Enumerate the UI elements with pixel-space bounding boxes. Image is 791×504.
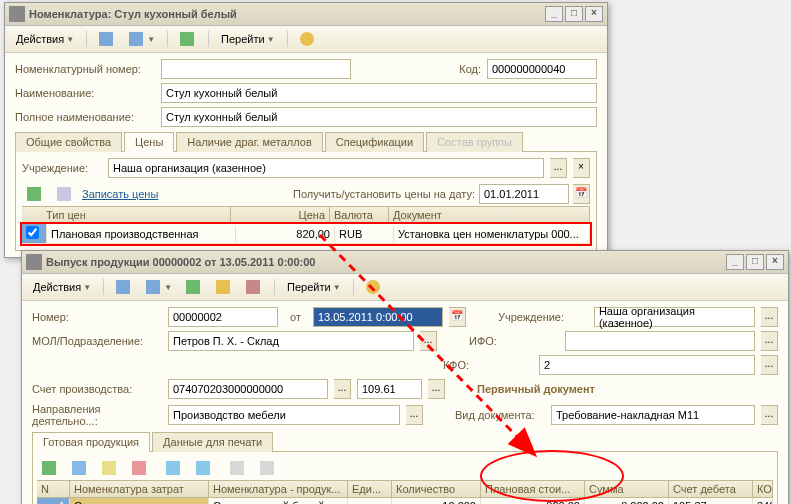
label-prim: Первичный документ xyxy=(477,383,595,395)
input-kfo[interactable]: 2 xyxy=(539,355,755,375)
ifo-select[interactable]: ... xyxy=(761,331,778,351)
input-mol[interactable]: Петров П. Х. - Склад xyxy=(168,331,414,351)
input-prodacc[interactable]: 074070203000000000 xyxy=(168,379,328,399)
input-inst-2[interactable]: Наша организация (казенное) xyxy=(594,307,755,327)
sort-desc-icon[interactable] xyxy=(255,458,281,478)
tb-icon-3[interactable] xyxy=(181,277,207,297)
cell-price: 820,00 xyxy=(236,226,335,242)
input-code[interactable]: 000000000040 xyxy=(487,59,597,79)
col-pricetype[interactable]: Тип цен xyxy=(42,207,231,223)
input-inst[interactable]: Наша организация (казенное) xyxy=(108,158,544,178)
cell-n: 1 xyxy=(37,498,70,504)
input-prodacc2[interactable]: 109.61 xyxy=(357,379,422,399)
add-row-icon[interactable] xyxy=(37,458,63,478)
price-row[interactable]: Плановая производственная 820,00 RUB Уст… xyxy=(22,224,590,244)
input-name[interactable]: Стул кухонный белый xyxy=(161,83,597,103)
col-plancost[interactable]: Плановая стои... xyxy=(481,481,585,497)
inst-clear-button[interactable]: × xyxy=(573,158,590,178)
minimize-button-2[interactable]: _ xyxy=(726,254,744,270)
move-down-icon[interactable] xyxy=(191,458,217,478)
close-button-2[interactable]: × xyxy=(766,254,784,270)
copy-row-icon[interactable] xyxy=(67,458,93,478)
input-napr[interactable]: Производство мебели xyxy=(168,405,400,425)
col-price[interactable]: Цена xyxy=(231,207,330,223)
cell-currency: RUB xyxy=(335,226,394,242)
save-icon[interactable] xyxy=(94,29,120,49)
col-currency[interactable]: Валюта xyxy=(330,207,389,223)
cell-plancost: 820,00 xyxy=(481,498,585,504)
goto-menu-2[interactable]: Перейти▼ xyxy=(282,278,346,296)
delete-row-icon[interactable] xyxy=(127,458,153,478)
input-date[interactable]: 13.05.2011 0:00:00 xyxy=(313,307,443,327)
write-prices-link[interactable]: Записать цены xyxy=(82,188,158,200)
date-calendar-icon[interactable]: 📅 xyxy=(449,307,466,327)
save-close-icon[interactable]: ▼ xyxy=(124,29,160,49)
label-prodacc: Счет производства: xyxy=(32,383,162,395)
input-nomnum[interactable] xyxy=(161,59,351,79)
tab-common[interactable]: Общие свойства xyxy=(15,132,122,152)
input-ifo[interactable] xyxy=(565,331,755,351)
tab-prices[interactable]: Цены xyxy=(124,132,174,152)
input-price-date[interactable]: 01.01.2011 xyxy=(479,184,569,204)
window-title-2: Выпуск продукции 00000002 от 13.05.2011 … xyxy=(46,256,724,268)
col-unit[interactable]: Еди... xyxy=(348,481,392,497)
kfo-select[interactable]: ... xyxy=(761,355,778,375)
inst-select-button[interactable]: ... xyxy=(550,158,567,178)
tab-printdata[interactable]: Данные для печати xyxy=(152,432,273,452)
cell-pricetype: Плановая производственная xyxy=(47,226,236,242)
col-nomcost[interactable]: Номенклатура затрат xyxy=(70,481,209,497)
maximize-button-2[interactable]: □ xyxy=(746,254,764,270)
actions-menu-2[interactable]: Действия▼ xyxy=(28,278,96,296)
input-fullname[interactable]: Стул кухонный белый xyxy=(161,107,597,127)
tb-icon-4[interactable] xyxy=(211,277,237,297)
maximize-button[interactable]: □ xyxy=(565,6,583,22)
titlebar-1: Номенклатура: Стул кухонный белый _ □ × xyxy=(5,3,607,26)
tab-specs[interactable]: Спецификации xyxy=(325,132,424,152)
tb-icon-2[interactable]: ▼ xyxy=(141,277,177,297)
tb-icon-5[interactable] xyxy=(241,277,267,297)
prodacc-select[interactable]: ... xyxy=(334,379,351,399)
move-up-icon[interactable] xyxy=(161,458,187,478)
mol-select[interactable]: ... xyxy=(420,331,437,351)
help-icon-2[interactable] xyxy=(361,277,387,297)
save-prices-icon[interactable] xyxy=(52,184,78,204)
tb-icon-1[interactable] xyxy=(111,277,137,297)
row-checkbox[interactable] xyxy=(26,226,39,239)
col-debet[interactable]: Счет дебета xyxy=(669,481,753,497)
toolbar-2: Действия▼ ▼ Перейти▼ xyxy=(22,274,788,301)
input-viddoc[interactable]: Требование-накладная М11 xyxy=(551,405,755,425)
tabs-2: Готовая продукция Данные для печати xyxy=(32,431,778,452)
col-kosgu[interactable]: КОСГ... xyxy=(753,481,773,497)
goto-menu[interactable]: Перейти▼ xyxy=(216,30,280,48)
label-kfo: КФО: xyxy=(443,359,533,371)
col-sum[interactable]: Сумма xyxy=(585,481,669,497)
tab-group: Состав группы xyxy=(426,132,523,152)
edit-icon[interactable] xyxy=(22,184,48,204)
col-document[interactable]: Документ xyxy=(389,207,590,223)
minimize-button[interactable]: _ xyxy=(545,6,563,22)
calendar-icon[interactable]: 📅 xyxy=(573,184,590,204)
input-number[interactable]: 00000002 xyxy=(168,307,278,327)
tab-metals[interactable]: Наличие драг. металлов xyxy=(176,132,322,152)
col-qty[interactable]: Количество xyxy=(392,481,481,497)
actions-menu[interactable]: Действия▼ xyxy=(11,30,79,48)
napr-select[interactable]: ... xyxy=(406,405,423,425)
label-code: Код: xyxy=(459,63,481,75)
close-button[interactable]: × xyxy=(585,6,603,22)
window-release: Выпуск продукции 00000002 от 13.05.2011 … xyxy=(21,250,789,504)
prodacc2-select[interactable]: ... xyxy=(428,379,445,399)
label-mol: МОЛ/Подразделение: xyxy=(32,335,162,347)
tab-goods[interactable]: Готовая продукция xyxy=(32,432,150,452)
label-name: Наименование: xyxy=(15,87,155,99)
refresh-icon[interactable] xyxy=(175,29,201,49)
viddoc-select[interactable]: ... xyxy=(761,405,778,425)
col-nomprod[interactable]: Номенклатура - продук... xyxy=(209,481,348,497)
col-n[interactable]: N xyxy=(37,481,70,497)
sort-asc-icon[interactable] xyxy=(225,458,251,478)
app-icon xyxy=(9,6,25,22)
table-row[interactable]: 1 Стулья кухонные Стул кухонный белый шт… xyxy=(37,498,773,504)
help-icon[interactable] xyxy=(295,29,321,49)
label-ifo: ИФО: xyxy=(469,335,559,347)
edit-row-icon[interactable] xyxy=(97,458,123,478)
inst2-select[interactable]: ... xyxy=(761,307,778,327)
